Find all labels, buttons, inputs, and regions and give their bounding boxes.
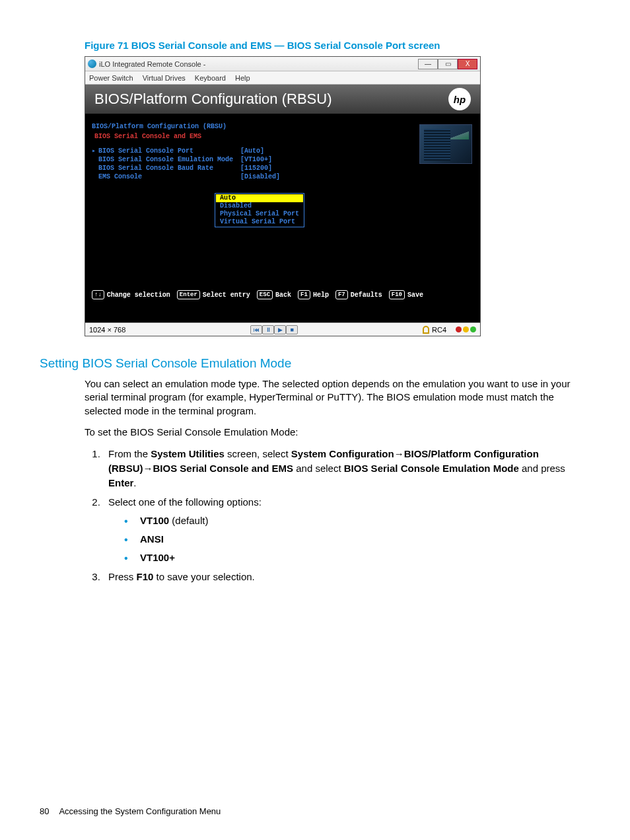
screenshot: iLO Integrated Remote Console - — ▭ X Po… — [85, 56, 481, 336]
body-paragraph-2: To set the BIOS Serial Console Emulation… — [85, 426, 590, 439]
step-1: From the System Utilities screen, select… — [103, 447, 590, 490]
key-f10: F10 — [389, 290, 405, 299]
step-text: From the — [108, 448, 151, 459]
led-red-icon — [456, 326, 462, 332]
options-list: VT100 (default) ANSI VT100+ — [124, 514, 590, 564]
option-dropdown[interactable]: Auto Disabled Physical Serial Port Virtu… — [215, 193, 304, 227]
body-paragraph-1: You can select an emulation mode type. T… — [85, 377, 590, 418]
key-label-save: Save — [407, 291, 423, 299]
key-arrows: ↑↓ — [92, 290, 104, 299]
window-close-button[interactable]: X — [458, 59, 477, 69]
key-label-select: Select entry — [203, 291, 250, 299]
step-text: and select — [293, 463, 344, 474]
dropdown-item-physical[interactable]: Physical Serial Port — [216, 210, 303, 218]
step-bold: Enter — [108, 477, 133, 488]
page-footer: 80 Accessing the System Configuration Me… — [40, 806, 221, 816]
step-text: . — [133, 477, 136, 488]
list-item: VT100 (default) — [124, 514, 590, 528]
menu-power-switch[interactable]: Power Switch — [89, 74, 133, 82]
option-emulation-mode[interactable]: BIOS Serial Console Emulation Mode — [92, 155, 240, 164]
hp-logo-icon: hp — [448, 88, 471, 110]
toolbar-prev-icon[interactable]: ⏮ — [250, 325, 262, 334]
steps-list: From the System Utilities screen, select… — [85, 447, 590, 584]
toolbar-play-icon[interactable]: ▶ — [274, 325, 286, 334]
bios-body: BIOS/Platform Configuration (RBSU) BIOS … — [85, 114, 480, 304]
menu-help[interactable]: Help — [235, 74, 250, 82]
option-value: [115200] — [240, 164, 280, 172]
key-label-defaults: Defaults — [351, 291, 382, 299]
bios-option-row[interactable]: BIOS Serial Console Port BIOS Serial Con… — [92, 147, 473, 181]
toolbar-stop-icon[interactable]: ■ — [286, 325, 298, 334]
breadcrumb-level-1: BIOS/Platform Configuration (RBSU) — [92, 123, 473, 130]
option-value: [VT100+] — [240, 155, 280, 164]
bullet-text: (default) — [169, 515, 208, 526]
option-value: [Auto] — [240, 147, 280, 155]
step-text: to save your selection. — [153, 571, 254, 582]
step-bold: BIOS Serial Console Emulation Mode — [344, 463, 519, 474]
resolution-label: 1024 × 768 — [89, 326, 125, 334]
dropdown-item-auto[interactable]: Auto — [216, 194, 303, 202]
toolbar-pause-icon[interactable]: ⏸ — [262, 325, 274, 334]
key-enter: Enter — [177, 290, 200, 299]
lock-icon — [423, 326, 429, 334]
arrow-icon: → — [143, 463, 153, 474]
key-esc: ESC — [257, 290, 273, 299]
window-menubar: Power Switch Virtual Drives Keyboard Hel… — [85, 71, 480, 85]
arrow-icon: → — [394, 448, 404, 459]
bullet-bold: ANSI — [140, 533, 164, 545]
bullet-bold: VT100+ — [140, 552, 175, 563]
rc-label: RC4 — [432, 326, 446, 334]
key-f1: F1 — [298, 290, 310, 299]
option-ems-console[interactable]: EMS Console — [92, 172, 240, 181]
bios-screen: BIOS/Platform Configuration (RBSU) hp BI… — [85, 85, 480, 323]
dropdown-item-virtual[interactable]: Virtual Serial Port — [216, 218, 303, 226]
step-text: and press — [519, 463, 565, 474]
step-bold: F10 — [137, 571, 154, 582]
key-label-back: Back — [275, 291, 291, 299]
option-serial-console-port[interactable]: BIOS Serial Console Port — [92, 147, 240, 155]
dropdown-item-disabled[interactable]: Disabled — [216, 202, 303, 210]
list-item: VT100+ — [124, 551, 590, 565]
key-f7: F7 — [335, 290, 348, 299]
menu-keyboard[interactable]: Keyboard — [195, 74, 226, 82]
section-heading: Setting BIOS Serial Console Emulation Mo… — [40, 356, 590, 371]
menu-virtual-drives[interactable]: Virtual Drives — [143, 74, 186, 82]
key-label-help: Help — [313, 291, 329, 299]
key-label-change: Change selection — [107, 291, 170, 299]
option-value: [Disabled] — [240, 172, 280, 181]
led-green-icon — [470, 326, 476, 332]
step-2: Select one of the following options: VT1… — [103, 495, 590, 564]
window-titlebar: iLO Integrated Remote Console - — ▭ X — [85, 57, 480, 71]
window-title: iLO Integrated Remote Console - — [99, 60, 205, 68]
window-maximize-button[interactable]: ▭ — [438, 59, 458, 69]
bios-footer: ↑↓ Change selection Enter Select entry E… — [85, 286, 480, 304]
bullet-bold: VT100 — [140, 515, 169, 526]
footer-title: Accessing the System Configuration Menu — [59, 806, 221, 816]
bios-header: BIOS/Platform Configuration (RBSU) hp — [85, 85, 480, 114]
option-baud-rate[interactable]: BIOS Serial Console Baud Rate — [92, 164, 240, 172]
list-item: ANSI — [124, 532, 590, 547]
breadcrumb-level-2: BIOS Serial Console and EMS — [94, 133, 473, 140]
window-minimize-button[interactable]: — — [418, 59, 438, 69]
ilo-icon — [88, 59, 96, 68]
led-yellow-icon — [463, 326, 469, 332]
figure-caption: Figure 71 BIOS Serial Console and EMS — … — [85, 40, 590, 51]
step-text: screen, select — [225, 448, 291, 459]
step-bold: BIOS Serial Console and EMS — [153, 463, 294, 474]
bios-title: BIOS/Platform Configuration (RBSU) — [94, 91, 332, 108]
step-bold: System Configuration — [291, 448, 394, 459]
page-number: 80 — [40, 806, 49, 816]
step-text: Press — [108, 571, 137, 582]
step-text: Select one of the following options: — [108, 496, 262, 508]
step-bold: System Utilities — [151, 448, 225, 459]
server-image-icon — [419, 124, 472, 164]
ilo-statusbar: 1024 × 768 ⏮ ⏸ ▶ ■ RC4 — [85, 323, 480, 336]
step-3: Press F10 to save your selection. — [103, 570, 590, 584]
